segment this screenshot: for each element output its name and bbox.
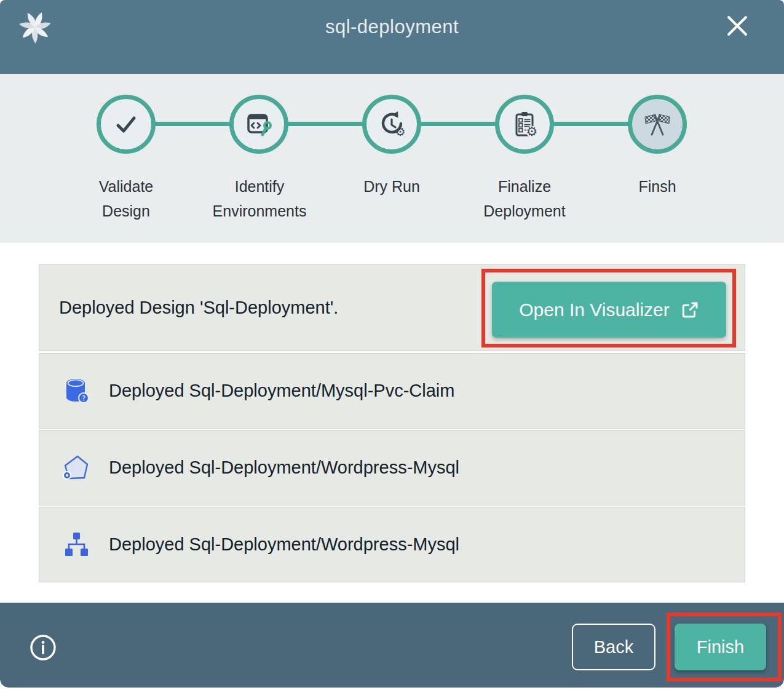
deployed-item-row: Deployed Sql-Deployment/Wordpress-Mysql xyxy=(39,430,745,506)
service-pentagon-icon xyxy=(61,453,92,483)
svg-text:⚙: ⚙ xyxy=(526,124,538,139)
deployment-tree-icon xyxy=(61,529,92,560)
finish-flags-icon xyxy=(643,109,672,139)
deployed-item-text: Deployed Sql-Deployment/Wordpress-Mysql xyxy=(109,458,459,478)
finish-button[interactable]: Finish xyxy=(675,624,766,670)
open-in-visualizer-button[interactable]: Open In Visualizer xyxy=(492,282,726,338)
dialog-title: sql-deployment xyxy=(0,16,784,38)
step-circle-finalize-deployment: ⚙ xyxy=(495,95,554,154)
step-circle-dry-run: ⚙ xyxy=(362,95,421,154)
step-label-identify-environments: Identify Environments xyxy=(207,174,312,223)
deployment-wizard-dialog: sql-deployment xyxy=(0,0,784,688)
step-label-validate-design: Validate Design xyxy=(74,174,178,223)
step-circle-finish xyxy=(628,95,687,154)
step-label-finalize-deployment: Finalize Deployment xyxy=(472,174,577,223)
step-circle-identify-environments xyxy=(229,95,288,154)
dialog-header: sql-deployment xyxy=(0,0,784,74)
clipboard-gear-icon: ⚙ xyxy=(510,109,539,139)
database-icon: ? xyxy=(61,376,92,406)
deployed-design-message: Deployed Design 'Sql-Deployment'. xyxy=(59,298,338,318)
open-in-visualizer-label: Open In Visualizer xyxy=(519,299,670,320)
step-label-dry-run: Dry Run xyxy=(339,174,444,199)
check-icon xyxy=(111,109,141,139)
deployed-item-text: Deployed Sql-Deployment/Wordpress-Mysql xyxy=(109,534,459,555)
svg-text:⚙: ⚙ xyxy=(395,125,405,138)
deployed-item-row: Deployed Sql-Deployment/Wordpress-Mysql xyxy=(39,507,745,582)
deployment-results-panel: Deployed Design 'Sql-Deployment'. Open I… xyxy=(0,243,784,603)
dialog-footer xyxy=(0,603,784,688)
code-tools-icon xyxy=(244,109,274,139)
deployment-stepper: ⚙ ⚙ xyxy=(0,74,784,243)
external-link-icon xyxy=(681,301,699,319)
dry-run-icon: ⚙ xyxy=(377,109,406,139)
step-label-finish: Finsh xyxy=(605,174,710,199)
deployed-item-text: Deployed Sql-Deployment/Mysql-Pvc-Claim xyxy=(109,381,454,401)
info-icon[interactable] xyxy=(30,634,57,661)
back-button[interactable]: Back xyxy=(572,624,655,670)
step-circle-validate-design xyxy=(97,95,156,154)
deployed-item-row: ? Deployed Sql-Deployment/Mysql-Pvc-Clai… xyxy=(39,353,745,429)
close-icon[interactable] xyxy=(725,14,750,38)
svg-text:?: ? xyxy=(82,394,85,402)
